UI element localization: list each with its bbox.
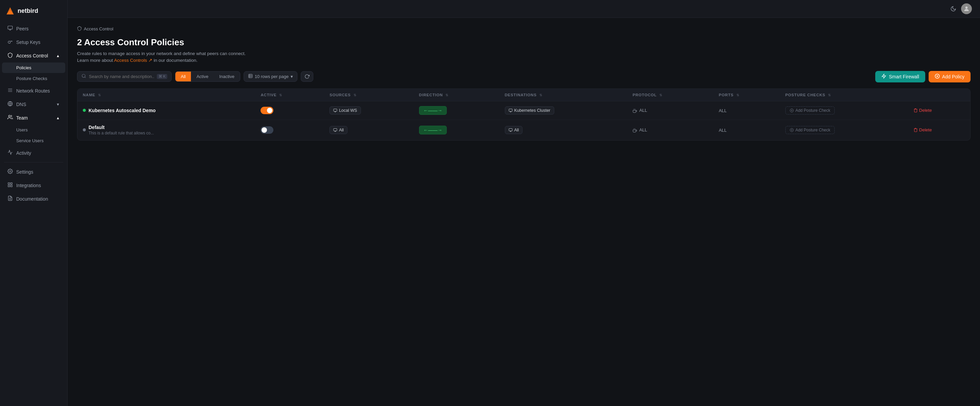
sidebar-item-activity[interactable]: Activity — [2, 146, 65, 159]
avatar[interactable] — [961, 3, 972, 14]
plus-icon — [935, 74, 940, 80]
sidebar-sub-item-users[interactable]: Users — [2, 125, 65, 135]
sidebar-item-dns[interactable]: DNS ▼ — [2, 98, 65, 111]
col-posture-checks[interactable]: POSTURE CHECKS ⇅ — [780, 89, 908, 102]
status-dot-green — [83, 109, 86, 112]
row1-active-toggle[interactable] — [261, 107, 274, 114]
row2-active-toggle[interactable] — [261, 126, 274, 134]
svg-point-9 — [8, 115, 10, 117]
smart-firewall-button[interactable]: Smart Firewall — [875, 71, 925, 82]
sort-icon: ⇅ — [737, 93, 740, 97]
row1-actions-cell: Delete — [908, 101, 970, 120]
sidebar-item-label: Activity — [16, 150, 31, 156]
sidebar-item-setup-keys[interactable]: Setup Keys — [2, 35, 65, 49]
posture-checks-label: Posture Checks — [16, 76, 47, 81]
sidebar-item-label: Settings — [16, 169, 33, 174]
row1-protocol: ALL — [633, 108, 647, 113]
toolbar: ⌘ K All Active Inactive 10 rows per page… — [77, 71, 970, 82]
row1-add-posture-check-button[interactable]: Add Posture Check — [785, 106, 835, 114]
activity-icon — [8, 150, 13, 156]
sort-icon: ⇅ — [659, 93, 662, 97]
col-name[interactable]: NAME ⇅ — [77, 89, 255, 102]
sidebar-item-team[interactable]: Team ▲ — [2, 111, 65, 124]
col-ports[interactable]: PORTS ⇅ — [713, 89, 780, 102]
table-body: Kubernetes Autoscaled Demo Local WS — [77, 101, 970, 140]
sidebar-nav: Peers Setup Keys Access Control ▲ Polici… — [0, 22, 67, 406]
col-destinations[interactable]: DESTINATIONS ⇅ — [500, 89, 627, 102]
col-protocol[interactable]: PROTOCOL ⇅ — [627, 89, 713, 102]
sidebar-sub-item-service-users[interactable]: Service Users — [2, 135, 65, 146]
subtitle-text: Create rules to manage access in your ne… — [77, 51, 246, 56]
svg-rect-12 — [11, 183, 12, 184]
topbar — [68, 0, 980, 18]
row1-protocol-cell: ALL — [627, 101, 713, 120]
col-active[interactable]: ACTIVE ⇅ — [255, 89, 324, 102]
search-input[interactable] — [89, 74, 154, 79]
page-subtitle: Create rules to manage access in your ne… — [77, 50, 970, 64]
theme-toggle-button[interactable] — [950, 6, 956, 12]
svg-rect-21 — [248, 74, 252, 78]
add-policy-button[interactable]: Add Policy — [929, 71, 970, 82]
row1-direction-badge: ←——→ — [419, 106, 447, 115]
sidebar-item-peers[interactable]: Peers — [2, 22, 65, 35]
sidebar-sub-item-posture-checks[interactable]: Posture Checks — [2, 73, 65, 84]
row2-destination-tag: All — [505, 126, 523, 134]
row2-add-posture-check-button[interactable]: Add Posture Check — [785, 126, 835, 134]
row1-ports-cell: ALL — [713, 101, 780, 120]
breadcrumb-shield-icon — [77, 26, 82, 32]
col-direction[interactable]: DIRECTION ⇅ — [414, 89, 500, 102]
policies-table: NAME ⇅ ACTIVE ⇅ SOURCES ⇅ DIRECTION — [77, 89, 970, 140]
docs-icon — [8, 195, 13, 202]
subtitle-line2-before: Learn more about — [77, 58, 114, 63]
filter-tab-active[interactable]: Active — [191, 71, 213, 81]
svg-rect-29 — [334, 109, 337, 111]
sidebar-item-label: Setup Keys — [16, 40, 41, 45]
sidebar-item-label: Peers — [16, 26, 29, 32]
table-row[interactable]: Default This is a default rule that allo… — [77, 120, 970, 140]
svg-rect-14 — [11, 185, 12, 187]
row1-delete-button[interactable]: Delete — [913, 108, 932, 113]
sidebar-sub-item-policies[interactable]: Policies — [2, 62, 65, 73]
settings-icon — [8, 168, 13, 175]
smart-firewall-icon — [881, 74, 886, 80]
app-logo[interactable]: netbird — [0, 0, 67, 22]
row1-sources-cell: Local WS — [324, 101, 414, 120]
policies-label: Policies — [16, 65, 32, 70]
col-sources[interactable]: SOURCES ⇅ — [324, 89, 414, 102]
row1-name-cell: Kubernetes Autoscaled Demo — [77, 101, 255, 120]
table-row[interactable]: Kubernetes Autoscaled Demo Local WS — [77, 101, 970, 120]
service-users-label: Service Users — [16, 138, 44, 143]
filter-tab-inactive[interactable]: Inactive — [214, 71, 240, 81]
sidebar-item-access-control[interactable]: Access Control ▲ — [2, 49, 65, 62]
row2-direction-badge: ←——→ — [419, 126, 447, 135]
rows-per-page-select[interactable]: 10 rows per page ▾ — [243, 71, 298, 82]
refresh-button[interactable] — [301, 71, 313, 82]
sidebar-item-documentation[interactable]: Documentation — [2, 192, 65, 205]
row1-destination-tag: Kubernetes Cluster — [505, 106, 554, 114]
page-title: 2 Access Control Policies — [77, 37, 970, 48]
row1-source-tag: Local WS — [329, 106, 361, 114]
sidebar-item-settings[interactable]: Settings — [2, 165, 65, 178]
row2-description: This is a default rule that allows co... — [89, 131, 154, 135]
row2-name-cell: Default This is a default rule that allo… — [77, 120, 255, 140]
integrations-icon — [8, 182, 13, 189]
app-name: netbird — [18, 8, 38, 14]
access-controls-link[interactable]: Access Controls ↗ — [114, 58, 153, 63]
filter-tab-all[interactable]: All — [175, 71, 191, 81]
sort-icon: ⇅ — [539, 93, 542, 97]
row2-source-tag: All — [329, 126, 347, 134]
monitor-icon — [8, 25, 13, 32]
row2-direction-cell: ←——→ — [414, 120, 500, 140]
sidebar-item-integrations[interactable]: Integrations — [2, 179, 65, 192]
chevron-up-icon: ▲ — [56, 54, 60, 58]
row2-protocol: ALL — [633, 127, 647, 132]
sidebar-item-network-routes[interactable]: Network Routes — [2, 84, 65, 97]
sort-icon: ⇅ — [445, 93, 449, 97]
row2-delete-button[interactable]: Delete — [913, 127, 932, 132]
search-box: ⌘ K — [77, 71, 172, 82]
sidebar-item-label: Team — [16, 115, 28, 121]
policies-table-container: NAME ⇅ ACTIVE ⇅ SOURCES ⇅ DIRECTION — [77, 89, 970, 141]
toolbar-right: Smart Firewall Add Policy — [875, 71, 970, 82]
row2-active-cell — [255, 120, 324, 140]
sidebar-item-label: Integrations — [16, 183, 41, 188]
